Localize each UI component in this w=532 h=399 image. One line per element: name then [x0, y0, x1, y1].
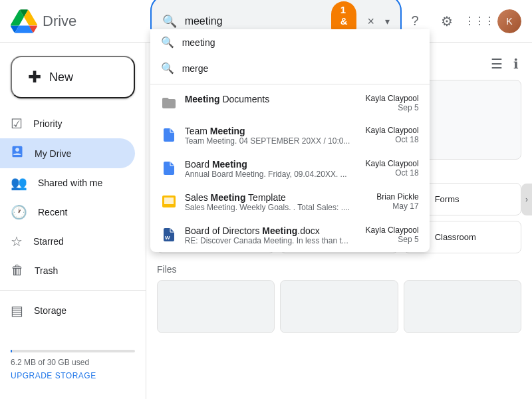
apps-icon: ⋮⋮⋮ — [464, 15, 494, 27]
result-date: Sep 5 — [366, 103, 419, 112]
settings-icon: ⚙ — [441, 13, 453, 29]
files-section-label: Files — [157, 264, 521, 275]
sidebar-item-label: Shared with me — [38, 178, 102, 188]
right-panel-toggle[interactable]: › — [521, 184, 532, 215]
header: Drive 🔍 meeting 1 & 2 × ▾ 🔍 meeting 🔍 me… — [0, 0, 532, 43]
result-body: Board of Directors Meeting.docx RE: Disc… — [185, 225, 358, 245]
new-plus-icon: ✚ — [28, 68, 41, 86]
slides-icon — [161, 194, 177, 209]
trash-icon: 🗑 — [11, 263, 24, 278]
suggestion-search-icon: 🔍 — [161, 62, 174, 74]
result-title: Sales Meeting Template — [185, 192, 369, 203]
recent-icon: 🕐 — [11, 204, 27, 220]
result-meta: Kayla Claypool Oct 18 — [366, 159, 419, 178]
priority-icon: ☑ — [11, 116, 23, 132]
result-after: Documents — [220, 94, 270, 104]
files-grid — [157, 280, 521, 333]
search-result-item[interactable]: Meeting Documents Kayla Claypool Sep 5 — [150, 87, 430, 119]
dropdown-divider — [150, 84, 430, 84]
chevron-right-icon: › — [525, 195, 528, 204]
upgrade-storage-button[interactable]: UPGRADE STORAGE — [11, 371, 135, 380]
file-thumbnail[interactable] — [157, 280, 275, 333]
list-view-button[interactable]: ☰ — [488, 53, 505, 74]
help-icon: ? — [411, 13, 418, 29]
apps-button[interactable]: ⋮⋮⋮ — [466, 8, 492, 35]
doc-icon — [161, 127, 177, 143]
search-container: 🔍 meeting 1 & 2 × ▾ 🔍 meeting 🔍 merge — [150, 0, 402, 47]
storage-info: 6.2 MB of 30 GB used UPGRADE STORAGE — [0, 339, 146, 391]
starred-icon: ☆ — [11, 233, 23, 249]
sidebar-item-storage[interactable]: ▤ Storage — [0, 296, 135, 325]
storage-bar-fill — [11, 350, 12, 352]
result-meta: Kayla Claypool Sep 5 — [366, 225, 419, 244]
result-title: Team Meeting — [185, 126, 358, 136]
result-owner: Kayla Claypool — [366, 159, 419, 168]
result-bold: Meeting — [211, 192, 246, 203]
result-owner: Brian Pickle — [376, 192, 418, 201]
new-button[interactable]: ✚ New — [11, 56, 135, 98]
result-owner: Kayla Claypool — [366, 225, 419, 235]
result-title: Meeting Documents — [185, 94, 358, 104]
result-subtitle: RE: Discover Canada Meeting. In less tha… — [185, 236, 358, 245]
file-thumbnail[interactable] — [280, 280, 398, 333]
shared-icon: 👥 — [11, 175, 27, 191]
sidebar: ✚ New ☑ Priority My Drive 👥 Shared with … — [0, 43, 146, 399]
result-body: Board Meeting Annual Board Meeting. Frid… — [185, 159, 358, 179]
search-result-item[interactable]: W Board of Directors Meeting.docx RE: Di… — [150, 219, 430, 252]
result-date: May 17 — [376, 201, 418, 211]
result-date: Oct 18 — [366, 168, 419, 178]
sidebar-item-label: Starred — [33, 236, 64, 247]
avatar-image: K — [497, 9, 521, 33]
result-title: Board of Directors Meeting.docx — [185, 225, 358, 236]
settings-button[interactable]: ⚙ — [434, 8, 460, 35]
svg-rect-1 — [164, 198, 174, 204]
result-bold: Meeting — [185, 94, 220, 104]
result-body: Meeting Documents — [185, 94, 358, 104]
suggestion-item[interactable]: 🔍 meeting — [150, 29, 430, 55]
result-date: Sep 5 — [366, 235, 419, 244]
sidebar-item-trash[interactable]: 🗑 Trash — [0, 256, 135, 285]
result-meta: Kayla Claypool Sep 5 — [366, 94, 419, 112]
sidebar-item-recent[interactable]: 🕐 Recent — [0, 198, 135, 227]
result-subtitle: Annual Board Meeting. Friday, 09.04.20XX… — [185, 170, 358, 179]
result-title: Board Meeting — [185, 159, 358, 170]
suggestion-search-icon: 🔍 — [161, 36, 174, 49]
sidebar-item-label: Recent — [38, 207, 67, 217]
folder-name: Forms — [435, 194, 460, 204]
suggestion-text: merge — [182, 63, 209, 74]
sidebar-item-my-drive[interactable]: My Drive — [0, 138, 135, 168]
result-bold: Meeting — [210, 126, 245, 136]
result-subtitle: Team Meeting. 04 SEPTEMBER 20XX / 10:0..… — [185, 136, 358, 146]
result-body: Sales Meeting Template Sales Meeting. We… — [185, 192, 369, 212]
search-result-item[interactable]: Team Meeting Team Meeting. 04 SEPTEMBER … — [150, 119, 430, 152]
search-chevron-icon[interactable]: ▾ — [385, 16, 390, 27]
storage-used-text: 6.2 MB of 30 GB used — [11, 358, 135, 367]
search-icon: 🔍 — [162, 14, 177, 29]
sidebar-item-starred[interactable]: ☆ Starred — [0, 227, 135, 256]
result-meta: Kayla Claypool Oct 18 — [366, 126, 419, 144]
result-owner: Kayla Claypool — [366, 94, 419, 103]
doc-icon — [161, 160, 177, 176]
sidebar-item-label: Trash — [35, 265, 58, 276]
suggestion-text: meeting — [182, 37, 215, 48]
sidebar-item-shared[interactable]: 👥 Shared with me — [0, 168, 135, 198]
search-input[interactable]: meeting — [185, 15, 318, 27]
sidebar-item-priority[interactable]: ☑ Priority — [0, 109, 135, 138]
info-button[interactable]: ℹ — [511, 53, 521, 74]
result-subtitle: Sales Meeting. Weekly Goals. . Total Sal… — [185, 203, 369, 212]
result-owner: Kayla Claypool — [366, 126, 419, 135]
storage-icon: ▤ — [11, 303, 23, 319]
search-result-item[interactable]: Board Meeting Annual Board Meeting. Frid… — [150, 152, 430, 186]
search-result-item[interactable]: Sales Meeting Template Sales Meeting. We… — [150, 186, 430, 219]
svg-text:W: W — [165, 235, 170, 241]
suggestion-item[interactable]: 🔍 merge — [150, 55, 430, 81]
sidebar-item-label: My Drive — [35, 148, 71, 159]
file-thumbnail[interactable] — [404, 280, 521, 333]
word-icon: W — [161, 227, 177, 243]
my-drive-icon — [11, 145, 24, 162]
result-bold: Meeting — [262, 225, 297, 236]
user-avatar[interactable]: K — [497, 9, 521, 33]
storage-bar — [11, 350, 135, 352]
sidebar-item-label: Priority — [33, 118, 63, 129]
search-clear-button[interactable]: × — [364, 14, 377, 29]
